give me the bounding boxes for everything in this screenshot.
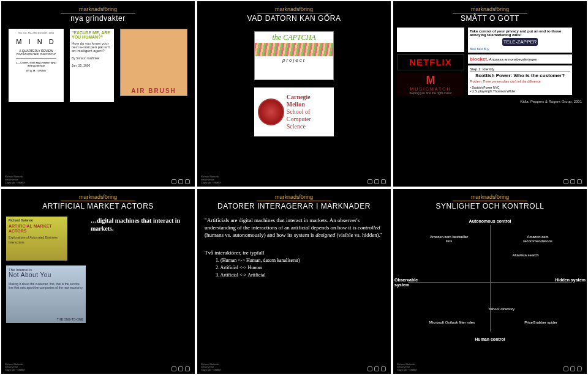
netflix-logo: NETFLIX [397, 54, 464, 70]
cc-icons [368, 179, 386, 184]
axis-left-label: Observable system [394, 278, 431, 288]
captcha-word: project [255, 58, 333, 63]
footer-credit: Richard GatarskiweconverseCopyright © MM… [5, 363, 25, 372]
slide-1: marknadsföring nya grindvakter Vol. LIX.… [1, 1, 195, 187]
category-label: marknadsföring [453, 6, 527, 13]
slide-title: SMÅTT O GOTT [398, 14, 582, 23]
category-label: marknadsföring [453, 194, 527, 201]
slide-title: ARTIFICIAL MARKET ACTORS [6, 202, 190, 210]
slide-header: marknadsföring VAD DATORN KAN GÖRA [197, 1, 391, 25]
definition-quote: "Artificials are digital machines that i… [205, 217, 383, 239]
identify-box: Step 1: Identify Scottish Power: Who is … [468, 65, 572, 95]
blocket-logo: blocket. [470, 56, 488, 62]
slide-4: marknadsföring ARTIFICIAL MARKET ACTORS … [1, 189, 195, 374]
cmu-seal-icon [258, 98, 284, 125]
cmu-dept1: School of [287, 108, 311, 115]
cases-heading: Två interaktörer, tre typfall [205, 250, 383, 256]
mind-sub2: PSYCHOLOGY AND PHILOSOPHY [11, 53, 61, 56]
item-outlook: Microsoft Outlook filter rules [428, 321, 477, 325]
slide-5: marknadsföring DATORER INTERAGERAR I MAR… [197, 189, 391, 374]
slide-title: SYNLIGHET OCH KONTROLL [398, 202, 582, 210]
airbrush-face-image [120, 29, 187, 96]
footer-credit: Richard GatarskiweconverseCopyright © MM… [5, 176, 25, 184]
slide-3: marknadsföring SMÅTT O GOTT NETFLIX M MU… [393, 1, 587, 187]
footer-credit: Richard GatarskiweconverseCopyright © MM… [201, 363, 221, 372]
slide-title: nya grindvakter [6, 14, 190, 23]
books-column: Richard Gatarski ARTIFICIAL MARKET ACTOR… [6, 217, 86, 323]
slide-title: DATORER INTERAGERAR I MARKNADER [202, 202, 386, 210]
category-label: marknadsföring [257, 6, 331, 13]
mind-author: BY A. M. TURING [11, 69, 61, 72]
quadrant-diagram: Autonomous control Human control Observa… [393, 218, 587, 346]
slide-title: VAD DATORN KAN GÖRA [202, 14, 386, 23]
item-altavista: AltaVista search [507, 253, 544, 258]
category-label: marknadsföring [61, 194, 135, 201]
captcha-logo-image: the CAPTCHA project [254, 31, 334, 80]
slide-grid: marknadsföring nya grindvakter Vol. LIX.… [0, 0, 588, 375]
category-label: marknadsföring [61, 6, 135, 13]
captcha-brand: the CAPTCHA [255, 33, 333, 42]
telezapper-logo: TELE-ZAPPER [502, 38, 538, 46]
cc-icons [368, 366, 386, 371]
cmu-logo-image: Carnegie Mellon School of Computer Scien… [254, 87, 334, 136]
excuse-article-image: "EXCUSE ME, ARE YOU HUMAN?" How do you k… [70, 29, 114, 102]
slide-header: marknadsföring ARTIFICIAL MARKET ACTORS [1, 189, 195, 213]
item-yahoo: Yahoo! directory [486, 307, 517, 311]
book-artificial-actors-image: Richard Gatarski ARTIFICIAL MARKET ACTOR… [6, 217, 67, 261]
item-pricegrabber: PriceGrabber spider [519, 321, 562, 325]
cc-icons [172, 179, 190, 184]
excuse-author: By Simson Garfinkel [72, 56, 112, 60]
source-citation: Källa: Peppers & Rogers Group, 2001 [393, 98, 587, 103]
mind-journal-image: Vol. LIX. No. 236] [October, 1950 M I N … [9, 29, 64, 102]
info-column: Take control of your privacy and put an … [468, 28, 572, 96]
horizontal-axis [408, 282, 572, 283]
content-row: Richard Gatarski ARTIFICIAL MARKET ACTOR… [1, 213, 195, 327]
slide-6: marknadsföring SYNLIGHET OCH KONTROLL Au… [393, 189, 587, 374]
page-number: 16 [578, 368, 584, 374]
category-label: marknadsföring [257, 194, 331, 201]
slide-header: marknadsföring nya grindvakter [1, 1, 195, 25]
axis-top-label: Autonomous control [393, 219, 587, 224]
slide-header: marknadsföring SMÅTT O GOTT [393, 1, 587, 25]
item-amazon-recs: Amazon.com recommendations [513, 235, 562, 243]
slide-2: marknadsföring VAD DATORN KAN GÖRA the C… [197, 1, 391, 187]
brand-column: NETFLIX M MUSICMATCH helping you find th… [397, 28, 464, 96]
case-2: 2. Artificial <-> Human [216, 264, 383, 272]
image-row: Vol. LIX. No. 236] [October, 1950 M I N … [1, 25, 195, 102]
slide-header: marknadsföring SYNLIGHET OCH KONTROLL [393, 189, 587, 213]
musicmatch-logo: M MUSICMATCH helping you find the right … [397, 73, 464, 96]
case-1: 1. (Human <-> Human, datorn kanaliserar) [216, 257, 383, 264]
footer-credit: Richard GatarskiweconverseCopyright © MM… [201, 176, 221, 184]
cc-icons [564, 179, 582, 184]
content-col: the CAPTCHA project Carnegie Mellon Scho… [197, 25, 391, 136]
cases-list: 1. (Human <-> Human, datorn kanaliserar)… [205, 257, 383, 279]
blocket-box: blocket. Anpassa annonsbevakningen [468, 54, 572, 64]
mind-issue: L.—COMPUTING MACHINERY AND INTELLIGENCE [11, 61, 61, 67]
axis-bottom-label: Human control [393, 337, 587, 342]
content-columns: NETFLIX M MUSICMATCH helping you find th… [393, 25, 587, 98]
privacy-box: Take control of your privacy and put an … [468, 28, 572, 53]
book-not-about-you-image: The Internet is Not About You Making it … [6, 265, 86, 323]
case-3: 3. Artificial <-> Artificial [216, 272, 383, 279]
mind-title: M I N D [11, 38, 61, 45]
vertical-axis [490, 225, 491, 332]
excuse-date: Jan. 25, 2000 [72, 64, 112, 67]
cc-icons [172, 366, 190, 371]
cmu-dept2: Computer Science [287, 116, 311, 130]
excuse-heading: "EXCUSE ME, ARE YOU HUMAN?" [72, 31, 110, 39]
slide-body: "Artificials are digital machines that i… [197, 213, 391, 283]
footer-credit: Richard GatarskiweconverseCopyright © MM… [397, 363, 417, 372]
amazon-screenshot-image [397, 28, 464, 52]
intro-text: …digital machines that interact in marke… [91, 217, 190, 323]
blocket-text: Anpassa annonsbevakningen [489, 58, 538, 61]
item-amazon-bestseller: Amazon.com bestseller lists [428, 235, 470, 243]
axis-right-label: Hidden system [555, 278, 586, 283]
cmu-name: Carnegie Mellon [287, 94, 311, 108]
slide-header: marknadsföring DATORER INTERAGERAR I MAR… [197, 189, 391, 213]
excuse-body: How do you know your next e-mail pen pal… [72, 42, 112, 53]
